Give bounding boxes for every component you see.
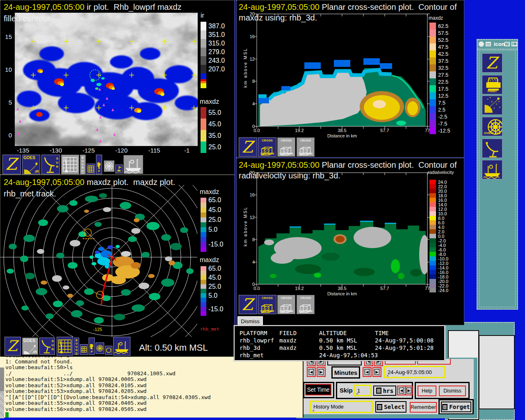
overlays-button[interactable]: OVERLAYS xyxy=(482,117,502,136)
colorbar-swatch xyxy=(429,30,436,37)
colorbar-row: 12.5 xyxy=(429,92,450,99)
y-tick: 4 xyxy=(247,260,255,265)
colorbar-value: 12.5 xyxy=(438,93,448,99)
colorbar-swatch xyxy=(201,208,206,212)
colorbar-swatch xyxy=(201,198,206,203)
hrs-dropdown[interactable]: hrs xyxy=(373,386,396,396)
colorbar-row: -18.0 xyxy=(429,274,448,279)
grid-track-button[interactable] xyxy=(57,337,73,356)
surveillance-button[interactable]: SUR xyxy=(41,155,60,174)
colorbar-value: -24.0 xyxy=(438,288,448,293)
zeb-logo-button[interactable] xyxy=(239,295,257,314)
colorbar-row: 47.5 xyxy=(429,43,450,50)
ship-button[interactable] xyxy=(482,160,502,179)
colorbar-value: 243.0 xyxy=(208,57,225,64)
time-back-button[interactable]: ◀ xyxy=(363,367,372,377)
set-time-button[interactable]: Set Time xyxy=(305,384,331,395)
bounds-button[interactable]: BOUNDS xyxy=(80,155,86,174)
platform-status-table: PLATFORMFIELDALTITUDETIMErhb_lowprfmaxdz… xyxy=(240,329,442,359)
y-tick: 15 xyxy=(2,33,12,40)
minutes-forward-button[interactable]: ▶ xyxy=(317,367,326,377)
colorbar-swatch xyxy=(201,222,206,227)
colorbar-row xyxy=(201,83,225,88)
skip-field[interactable]: 1^ xyxy=(354,385,372,396)
map-button[interactable]: MAP xyxy=(96,155,102,174)
minutes-button[interactable]: Minutes xyxy=(331,366,360,379)
cross-section-button-active[interactable]: CROSSSECTION xyxy=(258,295,276,314)
map-button[interactable]: MAP xyxy=(89,338,95,355)
colorbar-row xyxy=(201,232,223,237)
colorbar-row: 14.0 xyxy=(429,202,448,207)
terminal-scrollbar[interactable] xyxy=(0,368,4,418)
zeb-logo-button[interactable] xyxy=(239,137,257,157)
colorbar-swatch xyxy=(201,39,206,48)
cross-section-button[interactable]: CROSSSECTION xyxy=(297,137,315,157)
satellite-button[interactable] xyxy=(482,96,502,115)
overlays-label: OVERLAYS xyxy=(482,131,502,135)
cross-section-button[interactable]: CROSSSECTION xyxy=(297,295,315,314)
time-forward-button[interactable]: ▶ xyxy=(372,367,381,377)
zeb-logo-button[interactable] xyxy=(482,53,502,73)
radar-dish-button[interactable] xyxy=(482,139,502,158)
ship-button[interactable] xyxy=(123,155,143,174)
minutes-back-button[interactable]: ◀ xyxy=(307,367,316,377)
help-button[interactable]: Help xyxy=(418,386,436,396)
bounds-button[interactable]: BOUNDS xyxy=(74,338,79,355)
remember-button[interactable]: Remember xyxy=(410,402,437,413)
colorbar-value: 315.0 xyxy=(208,40,225,47)
colorbar-swatch xyxy=(201,56,206,65)
dismiss-button[interactable]: Dismiss xyxy=(439,386,466,396)
buoy-button[interactable] xyxy=(115,164,123,173)
colorbar-row: 2.0 xyxy=(429,229,448,234)
x-tick: 0.0 xyxy=(248,128,266,133)
colorbar-row: -22.0 xyxy=(429,283,448,288)
grid-track-button[interactable] xyxy=(61,155,79,174)
colorbar-value: 351.0 xyxy=(208,31,225,39)
titlebar-iconify-button[interactable] xyxy=(511,42,517,46)
skip-forward-button[interactable]: ▶ xyxy=(405,386,413,395)
list-item: volume:beaufait:55>xdump.all 970824.0405… xyxy=(5,400,301,406)
overlays-target-button[interactable] xyxy=(104,160,114,172)
cross-section-button[interactable]: CROSSSECTION xyxy=(277,295,295,314)
table-cell: 24-Aug-97,5:04:53 xyxy=(319,352,375,359)
time-field[interactable]: 24-Aug-97,5:05:00^ xyxy=(384,366,445,378)
zeb-logo-button[interactable] xyxy=(2,155,21,174)
ppi-radar-display[interactable] xyxy=(0,185,197,337)
goes-ir-button[interactable]: GOES.IR xyxy=(22,155,40,174)
terminal-screen[interactable]: volume:beaufait:49>11: Command not found… xyxy=(5,353,301,412)
colorbar-swatch xyxy=(201,203,206,208)
colorbar-swatch xyxy=(429,265,436,270)
surveillance-button[interactable]: SUR xyxy=(39,338,55,355)
skip-label: Skip xyxy=(340,387,353,394)
cross-section-button[interactable]: CROSSSECTION xyxy=(277,137,295,157)
colorbar-row: 0.0 xyxy=(429,234,448,238)
colorbar-swatch xyxy=(429,23,436,30)
forget-dropdown[interactable]: Forget xyxy=(441,402,471,412)
colorbar-swatch xyxy=(429,78,436,85)
y-tick: 20 xyxy=(247,170,255,175)
satellite-ir-image[interactable] xyxy=(15,13,198,146)
small-grid-button[interactable] xyxy=(87,164,95,174)
radialvelocity-contour-plot[interactable] xyxy=(257,173,427,284)
cross-section-button-active[interactable]: CROSSSECTION xyxy=(258,137,276,157)
terminal-scrollbar-thumb[interactable] xyxy=(0,368,4,391)
select-dropdown[interactable]: Select xyxy=(375,401,406,413)
colorbar-row: -12.0 xyxy=(429,261,448,265)
circle-button[interactable] xyxy=(105,346,112,355)
colorbar-row: 315.0 xyxy=(201,39,225,48)
colorbar-row: -15.0 xyxy=(201,242,223,247)
titlebar-restore-button[interactable] xyxy=(504,42,510,46)
small-grid-button[interactable] xyxy=(80,344,88,355)
maxdz-contour-plot[interactable] xyxy=(257,14,427,126)
titlebar-circle-button[interactable] xyxy=(479,41,484,47)
goes-ir-button[interactable]: GOES.IR xyxy=(22,338,38,355)
colorbar-row: 25.0 xyxy=(201,217,223,222)
skip-back-button[interactable]: ◀ xyxy=(397,386,406,395)
zeb-logo-button[interactable] xyxy=(5,337,21,356)
titlebar-menu-button[interactable] xyxy=(486,42,491,46)
overlays-target-button[interactable] xyxy=(96,342,104,354)
print-button[interactable]: PRINT xyxy=(482,75,502,94)
ship-button[interactable] xyxy=(113,337,130,356)
history-mode-field[interactable]: History Mode^ xyxy=(310,401,373,413)
colorbar-swatch xyxy=(201,48,206,56)
